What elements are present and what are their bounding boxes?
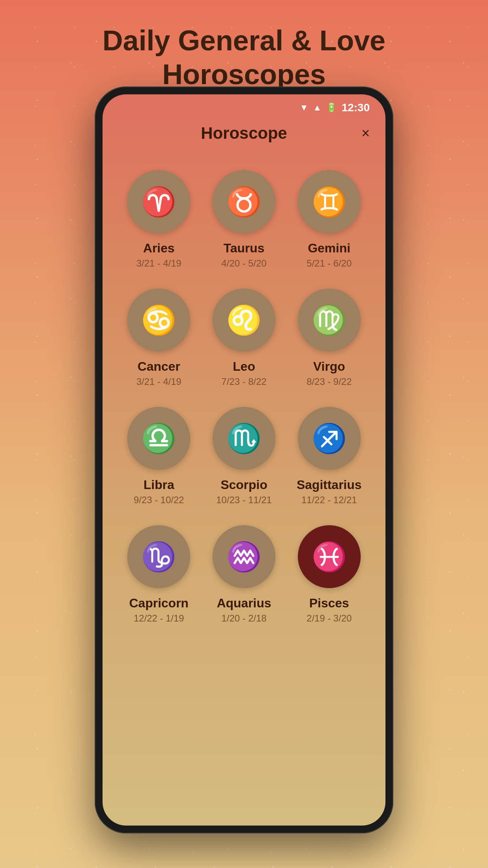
zodiac-item-taurus[interactable]: ♉Taurus4/20 - 5/20 [204,162,285,277]
zodiac-item-pisces[interactable]: ♓Pisces2/19 - 3/20 [288,517,370,632]
zodiac-dates-pisces: 2/19 - 3/20 [306,613,352,624]
zodiac-item-leo[interactable]: ♌Leo7/23 - 8/22 [204,281,285,395]
zodiac-dates-aries: 3/21 - 4/19 [136,258,182,269]
zodiac-icon-capricorn: ♑ [127,525,190,588]
app-header: Horoscope × [103,116,385,154]
zodiac-name-leo: Leo [233,359,255,374]
zodiac-name-pisces: Pisces [309,596,349,611]
zodiac-icon-taurus: ♉ [213,170,275,233]
zodiac-dates-capricorn: 12/22 - 1/19 [134,613,184,624]
zodiac-icon-aquarius: ♒ [213,525,275,588]
app-header-title: Horoscope [201,124,287,143]
zodiac-icon-leo: ♌ [213,289,275,351]
zodiac-item-scorpio[interactable]: ♏Scorpio10/23 - 11/21 [204,399,285,513]
zodiac-icon-pisces: ♓ [298,525,361,588]
battery-icon: 🔋 [326,103,337,113]
zodiac-item-capricorn[interactable]: ♑Capricorn12/22 - 1/19 [118,517,200,632]
zodiac-icon-cancer: ♋ [127,289,190,351]
zodiac-dates-gemini: 5/21 - 6/20 [306,258,352,269]
close-button[interactable]: × [361,125,370,142]
zodiac-dates-virgo: 8/23 - 9/22 [306,376,352,387]
zodiac-dates-sagittarius: 11/22 - 12/21 [301,495,357,506]
zodiac-item-aquarius[interactable]: ♒Aquarius1/20 - 2/18 [204,517,285,632]
zodiac-item-aries[interactable]: ♈Aries3/21 - 4/19 [118,162,200,277]
phone-screen: ▼ ▲ 🔋 12:30 Horoscope × ♈Aries3/21 - 4/1… [103,94,385,826]
zodiac-icon-scorpio: ♏ [213,407,275,470]
zodiac-name-taurus: Taurus [224,241,264,256]
zodiac-icon-sagittarius: ♐ [298,407,361,470]
zodiac-item-gemini[interactable]: ♊Gemini5/21 - 6/20 [288,162,370,277]
zodiac-dates-cancer: 3/21 - 4/19 [136,376,182,387]
signal-icon: ▲ [313,103,322,113]
zodiac-name-sagittarius: Sagittarius [297,478,361,492]
zodiac-icon-gemini: ♊ [298,170,361,233]
zodiac-icon-libra: ♎ [127,407,190,470]
zodiac-dates-taurus: 4/20 - 5/20 [222,258,267,269]
zodiac-item-sagittarius[interactable]: ♐Sagittarius11/22 - 12/21 [288,399,370,513]
zodiac-dates-aquarius: 1/20 - 2/18 [222,613,267,624]
zodiac-dates-libra: 9/23 - 10/22 [134,495,184,506]
zodiac-item-libra[interactable]: ♎Libra9/23 - 10/22 [118,399,200,513]
zodiac-name-capricorn: Capricorn [129,596,189,611]
zodiac-name-libra: Libra [143,478,174,492]
zodiac-name-cancer: Cancer [138,359,180,374]
zodiac-name-scorpio: Scorpio [220,478,267,492]
zodiac-grid: ♈Aries3/21 - 4/19♉Taurus4/20 - 5/20♊Gemi… [103,154,385,640]
status-bar: ▼ ▲ 🔋 12:30 [103,94,385,116]
zodiac-name-virgo: Virgo [313,359,345,374]
zodiac-name-aquarius: Aquarius [217,596,272,611]
zodiac-item-cancer[interactable]: ♋Cancer3/21 - 4/19 [118,281,200,395]
zodiac-icon-virgo: ♍ [298,289,361,351]
zodiac-icon-aries: ♈ [127,170,190,233]
zodiac-item-virgo[interactable]: ♍Virgo8/23 - 9/22 [288,281,370,395]
phone-outer: ▼ ▲ 🔋 12:30 Horoscope × ♈Aries3/21 - 4/1… [95,86,393,833]
zodiac-dates-leo: 7/23 - 8/22 [222,376,267,387]
zodiac-name-aries: Aries [143,241,174,256]
zodiac-name-gemini: Gemini [308,241,350,256]
status-time: 12:30 [341,101,370,114]
wifi-icon: ▼ [300,103,308,113]
phone-container: ▼ ▲ 🔋 12:30 Horoscope × ♈Aries3/21 - 4/1… [95,86,393,833]
zodiac-dates-scorpio: 10/23 - 11/21 [216,495,272,506]
